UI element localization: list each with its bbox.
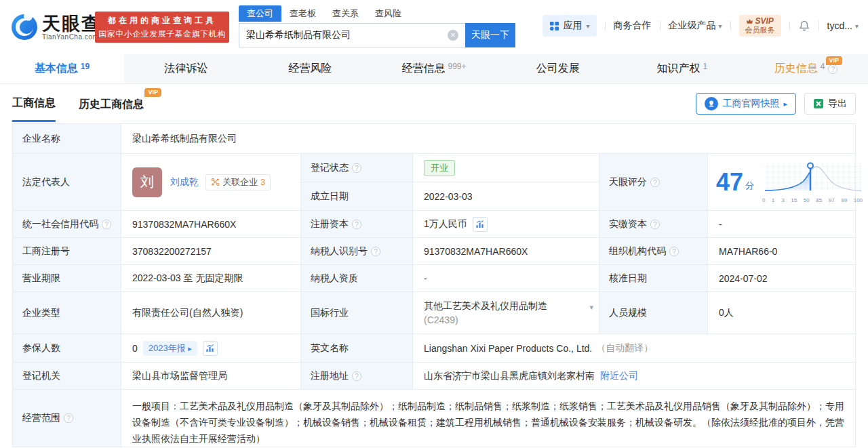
- header-nav: 应用 ▾ 商务合作 企业级产品 ▾ SVIP 会员服务: [542, 15, 859, 37]
- notification-bell-icon[interactable]: [798, 20, 810, 32]
- field-label: 工商注册号: [13, 238, 121, 264]
- reg-address-value: 山东省济宁市梁山县黑虎庙镇刘老家村南: [424, 370, 595, 382]
- chevron-down-icon[interactable]: ▾: [589, 300, 593, 314]
- search-tabs: 查公司 查老板 查关系 查风险: [239, 5, 515, 22]
- search-input-value: 梁山希希纸制品有限公司: [246, 29, 448, 41]
- arrow-right-icon: ▸: [188, 344, 192, 352]
- vip-badge: VIP: [826, 56, 843, 65]
- tab-history-info[interactable]: VIP 历史信息4 ?: [744, 54, 868, 83]
- logo-swirl-icon: [11, 14, 38, 41]
- table-row: 参保人数 0 2023年报 ▸ 英文名称 Liangshan Xixi Pape…: [13, 334, 855, 363]
- search-tab-company[interactable]: 查公司: [239, 5, 281, 22]
- tianyan-score-cell[interactable]: 47 分: [708, 154, 867, 210]
- help-icon[interactable]: ?: [650, 178, 660, 187]
- table-row: 营业期限 2022-03-03 至 无固定期限 纳税人资质 - 核准日期 202…: [13, 265, 855, 292]
- business-scope-value: 一般项目：工艺美术品及礼仪用品制造（象牙及其制品除外）；纸制品制造；纸制品销售；…: [121, 390, 855, 447]
- nearby-companies-link[interactable]: 附近公司: [600, 370, 638, 382]
- org-chart-icon: [211, 178, 220, 186]
- field-label: 注册地址 ?: [301, 363, 413, 389]
- help-icon[interactable]: ?: [371, 247, 380, 256]
- tianyancha-logo[interactable]: 天眼查 TianYanCha.com: [11, 14, 101, 41]
- help-icon[interactable]: ?: [828, 64, 837, 74]
- tab-operation-info[interactable]: 经营信息999+: [372, 54, 496, 83]
- avatar[interactable]: 刘: [132, 167, 162, 197]
- promo-line2: 国家中小企业发展子基金旗下机构: [98, 28, 226, 40]
- field-label: 纳税人识别号 ?: [301, 238, 413, 264]
- auto-translate-note: （自动翻译）: [596, 342, 653, 354]
- apps-label: 应用: [564, 20, 583, 32]
- svip-member-service[interactable]: SVIP 会员服务: [739, 15, 781, 37]
- official-snapshot-button[interactable]: 工商官网快照 ▸: [696, 93, 796, 115]
- apps-menu[interactable]: 应用 ▾: [542, 15, 597, 37]
- legal-rep-link[interactable]: 刘成乾: [170, 176, 199, 188]
- industry-code: (C2439): [424, 314, 458, 325]
- vip-badge: VIP: [144, 88, 161, 97]
- tab-intellectual-property[interactable]: 知识产权1: [620, 54, 744, 83]
- tianyancha-company-page: 天眼查 TianYanCha.com 都在用的商业查询工具 国家中小企业发展子基…: [0, 0, 868, 448]
- help-icon[interactable]: ?: [669, 247, 679, 256]
- approval-date-value: 2024-07-02: [708, 265, 855, 291]
- chevron-down-icon: ▾: [719, 22, 722, 30]
- company-name-value: 梁山希希纸制品有限公司: [121, 124, 855, 153]
- field-label: 实缴资本 ?: [599, 211, 708, 237]
- score-axis-ticks: 01 315 5085 9799 100: [762, 197, 863, 203]
- arrow-right-icon: ▸: [783, 100, 787, 108]
- help-icon[interactable]: ?: [102, 220, 111, 229]
- field-label: 营业期限: [13, 265, 121, 291]
- tab-legal-litigation[interactable]: 法律诉讼: [124, 54, 248, 83]
- table-row: 企业类型 有限责任公司(自然人独资) 国标行业 其他工艺美术及礼仪用品制造 (C…: [13, 292, 855, 334]
- field-label: 参保人数: [13, 334, 121, 362]
- business-info-table: 企业名称 梁山希希纸制品有限公司 法定代表人 刘 刘成乾 关联企业: [12, 123, 856, 447]
- search-tab-risk[interactable]: 查风险: [367, 5, 410, 22]
- industry-cell: 其他工艺美术及礼仪用品制造 (C2439) ▾: [413, 292, 599, 333]
- table-row: 登记机关 梁山县市场监督管理局 注册地址 ? 山东省济宁市梁山县黑虎庙镇刘老家村…: [13, 363, 855, 390]
- excel-icon: [813, 98, 824, 109]
- help-icon[interactable]: ?: [64, 413, 73, 423]
- business-term-value: 2022-03-03 至 无固定期限: [121, 265, 301, 291]
- nav-enterprise-products[interactable]: 企业级产品 ▾: [669, 20, 722, 32]
- sub-tabbar: 工商信息 VIP 历史工商信息 工商官网快照 ▸ 导出: [0, 84, 868, 123]
- tab-company-development[interactable]: 公司发展: [496, 54, 620, 83]
- logo-text-en: TianYanCha.com: [42, 33, 101, 41]
- nav-business-cooperation[interactable]: 商务合作: [614, 20, 652, 32]
- help-icon[interactable]: ?: [650, 220, 660, 229]
- table-row: 经营范围 ? 一般项目：工艺美术品及礼仪用品制造（象牙及其制品除外）；纸制品制造…: [13, 390, 855, 447]
- tab-basic-info[interactable]: 基本信息19: [0, 54, 124, 83]
- search-tab-boss[interactable]: 查老板: [281, 5, 324, 22]
- promo-banner: 都在用的商业查询工具 国家中小企业发展子基金旗下机构: [95, 12, 229, 43]
- search-tab-relation[interactable]: 查关系: [324, 5, 367, 22]
- field-label: 成立日期: [301, 182, 413, 210]
- search-button[interactable]: 天眼一下: [465, 23, 515, 47]
- subtab-business-info[interactable]: 工商信息: [12, 85, 56, 122]
- related-companies-badge[interactable]: 关联企业 3: [205, 174, 271, 190]
- stamp-icon: [705, 97, 718, 110]
- table-row: 统一社会信用代码 ? 91370832MA7HAR660X 注册资本 ? 1万人…: [13, 211, 855, 238]
- reg-capital-value: 1万人民币: [424, 218, 467, 230]
- field-label: 经营范围 ?: [13, 390, 121, 447]
- reg-authority-value: 梁山县市场监督管理局: [121, 363, 301, 389]
- tab-operation-risk[interactable]: 经营风险: [248, 54, 372, 83]
- table-row: 企业名称 梁山希希纸制品有限公司: [13, 124, 855, 154]
- help-icon[interactable]: ?: [352, 371, 361, 381]
- clear-icon[interactable]: ×: [448, 30, 458, 41]
- field-label: 企业类型: [13, 292, 121, 333]
- user-menu[interactable]: tycd... ▾: [827, 20, 859, 31]
- help-icon[interactable]: ?: [352, 220, 361, 229]
- taxpayer-id-value: 91370832MA7HAR660X: [413, 238, 599, 264]
- staff-size-value: 0人: [708, 292, 855, 333]
- subtab-history-business-info[interactable]: VIP 历史工商信息: [79, 87, 144, 121]
- field-label: 核准日期: [599, 265, 708, 291]
- english-name-value: Liangshan Xixi Paper Products Co., Ltd.: [424, 343, 592, 354]
- export-button[interactable]: 导出: [804, 93, 856, 115]
- search-input[interactable]: 梁山希希纸制品有限公司 ×: [239, 23, 465, 47]
- org-code-value: MA7HAR66-0: [708, 238, 855, 264]
- chevron-down-icon: ▾: [855, 22, 859, 30]
- header: 天眼查 TianYanCha.com 都在用的商业查询工具 国家中小企业发展子基…: [0, 0, 868, 54]
- help-icon[interactable]: ?: [352, 163, 361, 173]
- insured-chart-icon[interactable]: [203, 341, 218, 356]
- field-label: 国标行业: [301, 292, 413, 333]
- industry-value: 其他工艺美术及礼仪用品制造: [424, 300, 547, 311]
- insured-count-value: 0: [132, 343, 138, 354]
- capital-chart-icon[interactable]: [473, 217, 488, 232]
- annual-report-chip[interactable]: 2023年报 ▸: [143, 341, 197, 356]
